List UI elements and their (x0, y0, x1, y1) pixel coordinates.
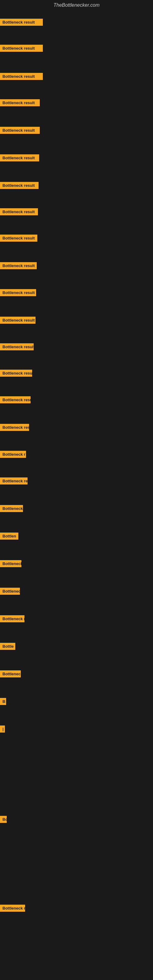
bottleneck-badge[interactable]: Bottlen (0, 533, 18, 539)
bottleneck-badge[interactable]: Bottleneck (0, 505, 23, 512)
bottleneck-result-item[interactable]: Bottleneck result (0, 235, 37, 243)
bottleneck-badge[interactable]: Bottleneck result (0, 208, 38, 215)
bottleneck-result-item[interactable]: Bottlen (0, 533, 18, 541)
site-title: TheBottlenecker.com (0, 0, 153, 10)
bottleneck-badge[interactable]: Bottleneck r (0, 905, 25, 912)
bottleneck-badge[interactable]: Bottleneck result (0, 343, 33, 350)
bottleneck-result-item[interactable]: Bottleneck result (0, 396, 30, 404)
bottleneck-result-item[interactable]: Bottleneck result (0, 208, 38, 216)
bottleneck-badge[interactable]: Bottleneck result (0, 45, 43, 52)
bottleneck-result-item[interactable]: Bottleneck (0, 670, 21, 679)
bottleneck-badge[interactable]: Bottleneck r (0, 615, 24, 622)
bottleneck-badge[interactable]: Bottleneck result (0, 235, 37, 242)
bottleneck-badge[interactable]: Bottleneck resul (0, 424, 29, 431)
bottleneck-badge[interactable]: Bottleneck r (0, 451, 26, 458)
bottleneck-result-item[interactable]: Bo (0, 816, 7, 824)
bottleneck-result-item[interactable]: Bottleneck result (0, 99, 40, 108)
bottleneck-badge[interactable]: Bottleneck result (0, 182, 38, 189)
bottleneck-badge[interactable]: | (0, 725, 5, 733)
bottleneck-badge[interactable]: Bottleneck result (0, 154, 39, 161)
bottleneck-badge[interactable]: Bottleneck result (0, 19, 43, 26)
bottleneck-result-item[interactable]: Bottleneck result (0, 289, 36, 298)
bottleneck-badge[interactable]: Bottleneck result (0, 317, 35, 324)
bottleneck-badge[interactable]: Bottle (0, 643, 15, 650)
bottleneck-badge[interactable]: Bottleneck res (0, 477, 27, 485)
bottleneck-badge[interactable]: Bottleneck result (0, 289, 36, 296)
bottleneck-result-item[interactable]: Bottleneck result (0, 19, 43, 27)
bottleneck-badge[interactable]: Bottleneck (0, 670, 21, 678)
bottleneck-badge[interactable]: B (0, 698, 6, 705)
bottleneck-result-item[interactable]: Bottleneck res (0, 477, 27, 486)
bottleneck-badge[interactable]: Bottleneck result (0, 127, 40, 134)
bottleneck-result-item[interactable]: Bottleneck result (0, 317, 35, 325)
bottleneck-result-item[interactable]: Bottleneck r (0, 905, 25, 913)
bottleneck-result-item[interactable]: Bottlenec (0, 588, 20, 596)
bottleneck-result-item[interactable]: Bottleneck result (0, 45, 43, 53)
bottleneck-badge[interactable]: Bottleneck result (0, 396, 30, 403)
bottleneck-result-item[interactable]: Bottleneck (0, 505, 23, 513)
bottleneck-result-item[interactable]: Bottleneck result (0, 370, 32, 378)
bottleneck-result-item[interactable]: Bottleneck (0, 560, 21, 568)
bottleneck-badge[interactable]: Bottleneck result (0, 370, 32, 377)
bottleneck-result-item[interactable]: Bottleneck result (0, 73, 43, 81)
bottleneck-result-item[interactable]: Bottleneck r (0, 451, 26, 459)
bottleneck-badge[interactable]: Bottleneck result (0, 262, 37, 269)
bottleneck-result-item[interactable]: Bottleneck result (0, 262, 37, 270)
bottleneck-result-item[interactable]: Bottleneck result (0, 154, 39, 162)
bottleneck-badge[interactable]: Bottleneck (0, 560, 21, 567)
bottleneck-result-item[interactable]: Bottleneck result (0, 127, 40, 135)
bottleneck-badge[interactable]: Bo (0, 816, 7, 823)
bottleneck-result-item[interactable]: B (0, 698, 6, 706)
bottleneck-result-item[interactable]: Bottle (0, 643, 15, 651)
bottleneck-badge[interactable]: Bottlenec (0, 588, 20, 595)
bottleneck-result-item[interactable]: | (0, 725, 5, 734)
bottleneck-result-item[interactable]: Bottleneck resul (0, 424, 29, 432)
bottleneck-result-item[interactable]: Bottleneck result (0, 343, 33, 352)
bottleneck-badge[interactable]: Bottleneck result (0, 99, 40, 106)
bottleneck-result-item[interactable]: Bottleneck result (0, 182, 38, 190)
bottleneck-result-item[interactable]: Bottleneck r (0, 615, 24, 624)
bottleneck-badge[interactable]: Bottleneck result (0, 73, 43, 80)
